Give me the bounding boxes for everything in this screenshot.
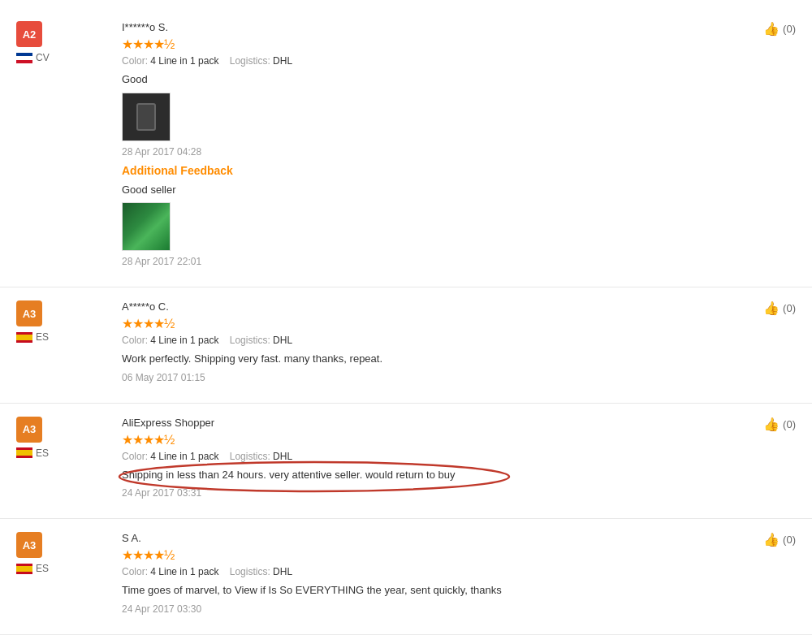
color-logistics: Color: 4 Line in 1 pack Logistics: DHL: [122, 566, 788, 577]
color-value: 4 Line in 1 pack: [150, 451, 218, 462]
review-item-2: A3 ES A*****o C. ★★★★½ Color: 4 Line in …: [0, 287, 812, 404]
thumbs-up-icon: 👍: [763, 417, 780, 432]
helpful-button[interactable]: 👍 (0): [763, 300, 796, 316]
review-item-5: A0 ES AliExpress Shopper ★★★★½ Color: 4 …: [0, 635, 812, 645]
reviewer-name: A*****o C.: [122, 300, 788, 313]
review-content: I******o S. ★★★★½ Color: 4 Line in 1 pac…: [114, 21, 796, 274]
star-icons: ★★★★½: [122, 432, 174, 447]
color-logistics: Color: 4 Line in 1 pack Logistics: DHL: [122, 451, 788, 462]
color-label: Color:: [122, 566, 150, 577]
additional-feedback-date: 28 Apr 2017 22:01: [122, 256, 788, 267]
avatar: A2: [16, 21, 42, 47]
logistics-label: Logistics:: [230, 335, 273, 346]
avatar: A3: [16, 300, 42, 326]
flag-icon: [16, 53, 32, 63]
country-code: CV: [36, 52, 50, 63]
star-icons: ★★★★½: [122, 547, 174, 563]
additional-feedback-image[interactable]: [122, 202, 171, 251]
logistics-value: DHL: [273, 566, 292, 577]
reviews-container: A2 CV I******o S. ★★★★½ Color: 4 Line in…: [0, 0, 812, 644]
thumbs-up-icon: 👍: [763, 21, 780, 37]
review-text: Time goes of marvel, to View if Is So EV…: [122, 582, 788, 599]
color-value: 4 Line in 1 pack: [150, 566, 218, 577]
review-item-4: A3 ES S A. ★★★★½ Color: 4 Line in 1 pack…: [0, 519, 812, 635]
helpful-button[interactable]: 👍 (0): [763, 417, 796, 432]
color-label: Color:: [122, 55, 150, 67]
feedback-image: [123, 202, 170, 251]
review-image[interactable]: [122, 93, 171, 141]
reviewer-name: I******o S.: [122, 21, 788, 33]
logistics-value: DHL: [273, 451, 292, 462]
additional-feedback-text: Good seller: [122, 182, 788, 198]
star-icons: ★★★★½: [122, 316, 174, 331]
helpful-count: (0): [783, 418, 796, 430]
review-text: Work perfectly. Shipping very fast. many…: [122, 351, 788, 367]
review-text: Shipping in less than 24 hours. very att…: [122, 467, 788, 483]
thumbs-up-icon: 👍: [763, 300, 780, 316]
reviewer-name: AliExpress Shopper: [122, 417, 788, 429]
flag-icon: [16, 447, 32, 458]
helpful-count: (0): [783, 534, 796, 546]
review-content: A*****o C. ★★★★½ Color: 4 Line in 1 pack…: [114, 300, 796, 390]
country-flag: ES: [16, 331, 114, 343]
stars-row: ★★★★½: [122, 547, 788, 563]
country-flag: CV: [16, 52, 114, 63]
review-content: S A. ★★★★½ Color: 4 Line in 1 pack Logis…: [114, 532, 796, 621]
color-label: Color:: [122, 451, 150, 462]
reviewer-info: A3 ES: [16, 532, 114, 621]
country-flag: ES: [16, 447, 114, 459]
color-logistics: Color: 4 Line in 1 pack Logistics: DHL: [122, 55, 788, 67]
review-item-3: A3 ES AliExpress Shopper ★★★★½ Color: 4 …: [0, 404, 812, 520]
helpful-button[interactable]: 👍 (0): [763, 21, 796, 37]
avatar: A3: [16, 532, 42, 558]
review-date: 24 Apr 2017 03:31: [122, 487, 788, 499]
review-text: Good: [122, 71, 788, 88]
stars-row: ★★★★½: [122, 432, 788, 447]
country-code: ES: [36, 563, 49, 574]
reviewer-name: S A.: [122, 532, 788, 544]
logistics-value: DHL: [273, 335, 292, 346]
color-value: 4 Line in 1 pack: [150, 335, 218, 346]
logistics-label: Logistics:: [230, 55, 273, 67]
country-code: ES: [36, 447, 49, 459]
stars-row: ★★★★½: [122, 316, 788, 331]
logistics-label: Logistics:: [230, 451, 273, 462]
star-icons: ★★★★½: [122, 37, 174, 52]
color-value: 4 Line in 1 pack: [150, 55, 218, 67]
flag-icon: [16, 332, 32, 343]
reviewer-info: A3 ES: [16, 300, 114, 390]
flag-icon: [16, 564, 32, 574]
reviewer-info: A2 CV: [16, 21, 114, 274]
review-date: 06 May 2017 01:15: [122, 372, 788, 383]
logistics-label: Logistics:: [230, 566, 273, 577]
helpful-button[interactable]: 👍 (0): [763, 532, 796, 547]
logistics-value: DHL: [273, 55, 292, 67]
stars-row: ★★★★½: [122, 37, 788, 52]
avatar: A3: [16, 417, 42, 443]
product-image: [123, 93, 170, 141]
helpful-count: (0): [783, 302, 796, 314]
reviewer-info: A3 ES: [16, 417, 114, 506]
additional-feedback-label: Additional Feedback: [122, 164, 788, 177]
color-label: Color:: [122, 335, 150, 346]
country-flag: ES: [16, 563, 114, 574]
color-logistics: Color: 4 Line in 1 pack Logistics: DHL: [122, 335, 788, 346]
review-content: AliExpress Shopper ★★★★½ Color: 4 Line i…: [114, 417, 796, 506]
review-date: 28 Apr 2017 04:28: [122, 146, 788, 158]
country-code: ES: [36, 331, 49, 343]
review-date: 24 Apr 2017 03:30: [122, 603, 788, 615]
thumbs-up-icon: 👍: [763, 532, 780, 547]
review-item-1: A2 CV I******o S. ★★★★½ Color: 4 Line in…: [0, 8, 812, 287]
helpful-count: (0): [783, 23, 796, 35]
